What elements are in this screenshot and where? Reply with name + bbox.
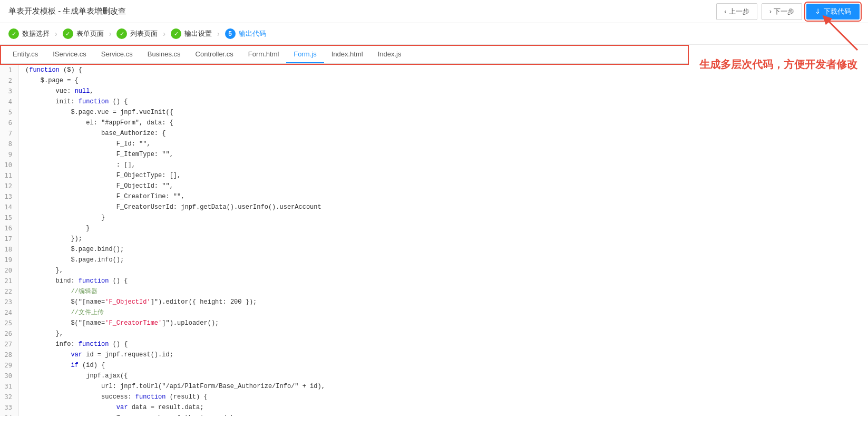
code-line-19: 19 $.page.info(); <box>0 255 689 265</box>
tab-formjs[interactable]: Form.js <box>286 46 324 63</box>
code-line-20: 20 }, <box>0 265 689 276</box>
line-number: 1 <box>0 65 19 75</box>
step-arrow-4: › <box>217 30 220 38</box>
code-line-1: 1(function ($) { <box>0 65 689 75</box>
line-content: $.page.vue = jnpf.vueInit({ <box>19 107 173 118</box>
code-line-22: 22 //编辑器 <box>0 286 689 297</box>
tab-formhtml[interactable]: Form.html <box>241 46 287 63</box>
line-number: 13 <box>0 191 19 202</box>
line-content: F_ObjectType: [], <box>19 170 181 181</box>
line-number: 20 <box>0 265 19 276</box>
line-content: vue: null, <box>19 86 94 96</box>
code-line-18: 18 $.page.bind(); <box>0 244 689 255</box>
next-icon: › <box>769 7 772 15</box>
tab-iservice[interactable]: IService.cs <box>45 46 94 63</box>
top-header: 单表开发模板 - 生成单表增删改查 ‹ 上一步 › 下一步 ⇓ 下载代码 <box>0 0 868 23</box>
code-line-15: 15 } <box>0 212 689 223</box>
line-content: //编辑器 <box>19 286 97 297</box>
code-line-14: 14 F_CreatorUserId: jnpf.getData().userI… <box>0 202 689 212</box>
code-line-17: 17 }); <box>0 234 689 244</box>
code-line-12: 12 F_ObjectId: "", <box>0 181 689 191</box>
code-line-6: 6 el: "#appForm", data: { <box>0 118 689 128</box>
line-content: info: function () { <box>19 339 128 350</box>
step-5-label: 输出代码 <box>239 29 266 38</box>
step-2-icon: ✓ <box>63 28 73 39</box>
line-content: var data = result.data; <box>19 402 203 413</box>
step-3-label: 列表页面 <box>130 29 158 38</box>
file-tabs: Entity.cs IService.cs Service.cs Busines… <box>1 46 688 64</box>
line-number: 5 <box>0 107 19 118</box>
prev-icon: ‹ <box>724 7 726 15</box>
line-number: 14 <box>0 202 19 212</box>
line-content: $.page.vue.base_Authorize = data; <box>19 413 241 416</box>
code-line-13: 13 F_CreatorTime: "", <box>0 191 689 202</box>
line-number: 25 <box>0 318 19 328</box>
tab-indexhtml[interactable]: Index.html <box>324 46 370 63</box>
line-content: init: function () { <box>19 96 128 107</box>
step-5-icon: 5 <box>225 28 236 39</box>
line-number: 34 <box>0 413 19 416</box>
line-content: $.page.bind(); <box>19 244 124 255</box>
code-line-26: 26 }, <box>0 328 689 339</box>
line-content: //文件上传 <box>19 307 104 318</box>
main-content: Entity.cs IService.cs Service.cs Busines… <box>0 45 868 416</box>
line-number: 11 <box>0 170 19 181</box>
line-content: }, <box>19 265 63 276</box>
line-number: 27 <box>0 339 19 350</box>
line-content: F_ObjectId: "", <box>19 181 173 191</box>
line-content: $("[name='F_CreatorTime']").uploader(); <box>19 318 219 328</box>
step-arrow-2: › <box>109 30 112 38</box>
line-number: 26 <box>0 328 19 339</box>
code-line-9: 9 F_ItemType: "", <box>0 149 689 160</box>
tab-indexjs[interactable]: Index.js <box>370 46 409 63</box>
line-content: $.page = { <box>19 75 79 86</box>
line-number: 15 <box>0 212 19 223</box>
step-arrow-1: › <box>55 30 57 38</box>
annotation-text: 生成多层次代码，方便开发者修改 <box>699 57 857 72</box>
line-number: 2 <box>0 75 19 86</box>
line-number: 16 <box>0 223 19 234</box>
line-number: 23 <box>0 297 19 307</box>
code-line-29: 29 if (id) { <box>0 360 689 371</box>
step-1-label: 数据选择 <box>22 29 50 38</box>
line-number: 29 <box>0 360 19 371</box>
code-line-16: 16 } <box>0 223 689 234</box>
step-2: ✓ 表单页面 <box>63 28 104 39</box>
line-content: $("[name='F_ObjectId']").editor({ height… <box>19 297 257 307</box>
code-line-28: 28 var id = jnpf.request().id; <box>0 350 689 360</box>
tab-entity[interactable]: Entity.cs <box>5 46 45 63</box>
code-line-25: 25 $("[name='F_CreatorTime']").uploader(… <box>0 318 689 328</box>
line-number: 33 <box>0 402 19 413</box>
line-content: F_CreatorTime: "", <box>19 191 184 202</box>
line-number: 10 <box>0 160 19 170</box>
step-3-icon: ✓ <box>116 28 127 39</box>
code-line-3: 3 vue: null, <box>0 86 689 96</box>
tab-service[interactable]: Service.cs <box>94 46 140 63</box>
line-number: 30 <box>0 371 19 381</box>
next-button[interactable]: › 下一步 <box>762 3 802 20</box>
line-content: }); <box>19 234 82 244</box>
code-line-4: 4 init: function () { <box>0 96 689 107</box>
line-number: 18 <box>0 244 19 255</box>
line-content: jnpf.ajax({ <box>19 371 128 381</box>
line-content: bind: function () { <box>19 276 128 286</box>
page-title: 单表开发模板 - 生成单表增删改查 <box>8 6 126 16</box>
step-1-icon: ✓ <box>8 28 19 39</box>
prev-button[interactable]: ‹ 上一步 <box>716 3 757 20</box>
line-content: F_Id: "", <box>19 139 151 149</box>
line-number: 22 <box>0 286 19 297</box>
tab-busines[interactable]: Busines.cs <box>140 46 188 63</box>
file-tabs-container: Entity.cs IService.cs Service.cs Busines… <box>0 45 689 65</box>
code-line-24: 24 //文件上传 <box>0 307 689 318</box>
line-content: el: "#appForm", data: { <box>19 118 173 128</box>
code-line-10: 10 : [], <box>0 160 689 170</box>
line-content: }, <box>19 328 63 339</box>
download-icon: ⇓ <box>815 7 821 15</box>
annotation-area: 生成多层次代码，方便开发者修改 <box>689 45 868 79</box>
tab-controller[interactable]: Controller.cs <box>188 46 241 63</box>
step-arrow-3: › <box>163 30 165 38</box>
svg-line-1 <box>826 18 857 50</box>
code-line-33: 33 var data = result.data; <box>0 402 689 413</box>
code-line-8: 8 F_Id: "", <box>0 139 689 149</box>
code-line-30: 30 jnpf.ajax({ <box>0 371 689 381</box>
